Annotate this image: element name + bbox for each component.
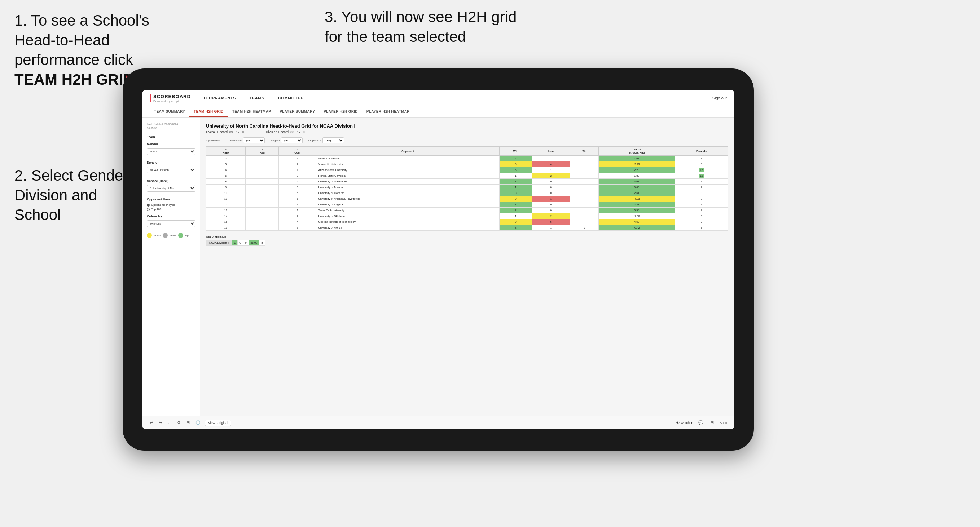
refresh-btn[interactable]: ⟳: [176, 419, 182, 426]
table-row: 3 2 Vanderbilt University 0 4 -2.29 8: [206, 162, 728, 167]
opponent-select[interactable]: (All): [323, 137, 344, 143]
col-tie: Tie: [570, 147, 599, 156]
share-btn[interactable]: Share: [719, 421, 728, 425]
logo: SCOREBOARD Powered by clippi: [153, 93, 191, 103]
conference-filter-label: Conference: [226, 139, 241, 142]
table-row: 16 3 University of Florida 3 1 0 -6.42 9: [206, 225, 728, 231]
gender-select[interactable]: Men's: [147, 148, 196, 155]
opponent-view-label: Opponent View: [147, 198, 196, 201]
team-label: Team: [147, 135, 196, 139]
legend-down-label: Down: [154, 234, 161, 237]
region-filter-label: Region: [270, 139, 280, 142]
main-content: Last Updated: 27/03/2024 16:55:38 Team G…: [143, 117, 734, 416]
subnav-team-summary[interactable]: TEAM SUMMARY: [150, 106, 189, 117]
table-row: 4 1 Arizona State University 5 1 2.29 17: [206, 167, 728, 173]
legend-up-label: Up: [185, 234, 189, 237]
subnav-player-summary[interactable]: PLAYER SUMMARY: [275, 106, 319, 117]
school-select[interactable]: 1. University of Nort...: [147, 185, 196, 192]
nav-committee[interactable]: COMMITTEE: [277, 95, 305, 101]
division-record: Division Record: 88 - 17 - 0: [266, 130, 305, 134]
radio-opponents-played[interactable]: Opponents Played: [147, 203, 196, 206]
subnav-team-h2h-heatmap[interactable]: TEAM H2H HEATMAP: [228, 106, 275, 117]
legend-level-label: Level: [170, 234, 176, 237]
out-of-division: Out of division NCAA Division II 1 0 0 2…: [206, 235, 728, 246]
out-tie: 0: [243, 240, 248, 246]
copy-btn[interactable]: ⊞: [185, 419, 191, 426]
logo-bar: [150, 94, 151, 102]
h2h-table: #Rank #Reg #Conf Opponent Win Loss Tie D…: [206, 146, 728, 231]
table-row: 8 2 University of Washington 1 0 3.67 3: [206, 179, 728, 184]
out-of-division-label: Out of division: [206, 235, 728, 238]
table-row: 12 3 University of Virginia 1 0 2.33 3: [206, 202, 728, 208]
out-of-division-table: NCAA Division II 1 0 0 26.00 3: [206, 240, 265, 246]
overall-record: Overall Record: 89 - 17 - 0: [206, 130, 244, 134]
subnav-player-h2h-grid[interactable]: PLAYER H2H GRID: [319, 106, 362, 117]
toolbar-right: 👁 Watch ▾ 💬 ⊞ Share: [676, 419, 728, 426]
clock-btn[interactable]: 🕐: [194, 419, 202, 426]
opponent-filter: Opponent (All): [309, 137, 344, 143]
sub-nav: TEAM SUMMARY TEAM H2H GRID TEAM H2H HEAT…: [143, 106, 734, 117]
legend-level-dot: [163, 233, 168, 238]
conference-filter: Conference (All): [226, 137, 264, 143]
col-rank: #Rank: [206, 147, 246, 156]
out-division-name: NCAA Division II: [206, 240, 232, 246]
grid-title: University of North Carolina Head-to-Hea…: [206, 123, 728, 129]
main-nav: TOURNAMENTS TEAMS COMMITTEE: [202, 95, 305, 101]
logo-area: SCOREBOARD Powered by clippi: [150, 93, 191, 103]
division-select[interactable]: NCAA Division I: [147, 167, 196, 173]
out-win: 1: [232, 240, 238, 246]
instruction-3: 3. You will now see H2H grid for the tea…: [325, 7, 534, 46]
grid-records: Overall Record: 89 - 17 - 0 Division Rec…: [206, 130, 728, 134]
out-loss: 0: [238, 240, 243, 246]
out-rounds: 3: [259, 240, 265, 246]
region-select[interactable]: (All): [281, 137, 302, 143]
timestamp: Last Updated: 27/03/2024 16:55:38: [147, 122, 196, 130]
watch-btn[interactable]: 👁 Watch ▾: [676, 421, 692, 425]
redo-btn[interactable]: ↪: [157, 419, 163, 426]
undo-btn[interactable]: ↩: [148, 419, 154, 426]
colour-by-select[interactable]: Win/loss: [147, 220, 196, 227]
comment-btn[interactable]: 💬: [697, 419, 705, 426]
out-of-division-row: NCAA Division II 1 0 0 26.00 3: [206, 240, 265, 246]
col-conf: #Conf: [279, 147, 316, 156]
table-row: 6 2 Florida State University 1 2 1.83 12: [206, 173, 728, 179]
opponent-filter-label: Opponent: [309, 139, 321, 142]
grid-area: University of North Carolina Head-to-Hea…: [200, 117, 734, 416]
conference-select[interactable]: (All): [243, 137, 265, 143]
table-row: 14 2 University of Oklahoma 1 2 -1.00 9: [206, 213, 728, 219]
left-panel: Last Updated: 27/03/2024 16:55:38 Team G…: [143, 117, 200, 416]
tablet-device: SCOREBOARD Powered by clippi TOURNAMENTS…: [123, 68, 754, 451]
app-header: SCOREBOARD Powered by clippi TOURNAMENTS…: [143, 90, 734, 106]
col-win: Win: [499, 147, 532, 156]
table-row: 11 6 University of Arkansas, Fayettevill…: [206, 196, 728, 202]
grid-btn[interactable]: ⊞: [709, 419, 715, 426]
tablet-screen: SCOREBOARD Powered by clippi TOURNAMENTS…: [143, 90, 734, 429]
filter-row: Opponents: Conference (All) Region (All): [206, 137, 728, 143]
table-row: 13 1 Texas Tech University 3 0 5.56 9: [206, 208, 728, 213]
region-filter: Region (All): [270, 137, 302, 143]
radio-top100[interactable]: Top 100: [147, 208, 196, 211]
legend-up-dot: [178, 233, 183, 238]
back-btn[interactable]: ←: [166, 420, 173, 426]
colour-by-label: Colour by: [147, 214, 196, 218]
sign-out-button[interactable]: Sign out: [713, 96, 727, 100]
table-row: 10 5 University of Alabama 3 0 2.61 8: [206, 190, 728, 196]
opponents-label: Opponents:: [206, 139, 221, 142]
division-label: Division: [147, 161, 196, 164]
nav-teams[interactable]: TEAMS: [248, 95, 266, 101]
bottom-toolbar: ↩ ↪ ← ⟳ ⊞ 🕐 View: Original 👁 Watch ▾ 💬 ⊞…: [143, 416, 734, 429]
gender-label: Gender: [147, 142, 196, 146]
nav-tournaments[interactable]: TOURNAMENTS: [202, 95, 237, 101]
table-row: 15 4 Georgia Institute of Technology 0 5…: [206, 219, 728, 225]
subnav-team-h2h-grid[interactable]: TEAM H2H GRID: [189, 106, 228, 117]
col-loss: Loss: [532, 147, 570, 156]
col-rounds: Rounds: [675, 147, 728, 156]
col-diff: Diff AvStrokes/Rnd: [598, 147, 675, 156]
table-row: 2 1 Auburn University 2 1 1.67 9: [206, 156, 728, 162]
col-opponent: Opponent: [316, 147, 500, 156]
subnav-player-h2h-heatmap[interactable]: PLAYER H2H HEATMAP: [362, 106, 414, 117]
legend-down-dot: [147, 233, 152, 238]
opponent-view-group: Opponents Played Top 100: [147, 203, 196, 211]
view-original-btn[interactable]: View: Original: [205, 419, 231, 426]
col-reg: #Reg: [246, 147, 279, 156]
